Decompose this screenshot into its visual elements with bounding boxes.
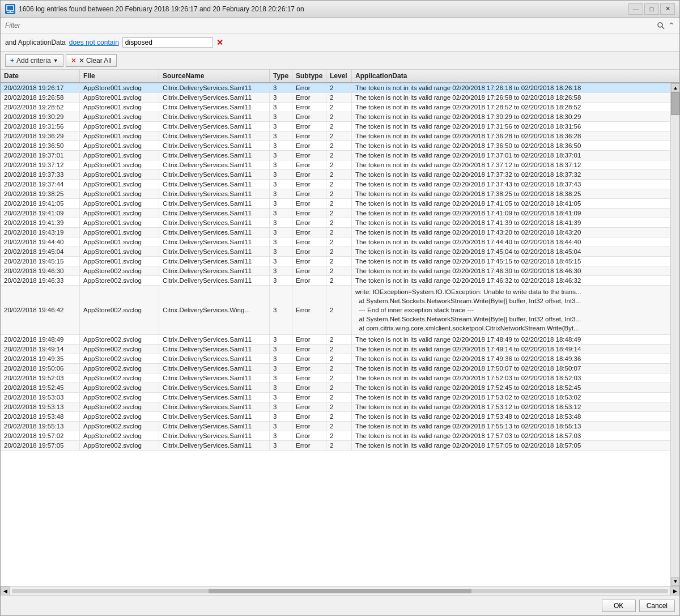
scroll-thumb[interactable] [671, 92, 679, 115]
table-row[interactable]: 20/02/2018 19:44:40AppStore001.svclogCit… [1, 237, 670, 247]
window-title: 1606 log entries found between 20 Februa… [19, 5, 304, 13]
cell-type: 3 [270, 257, 292, 266]
cell-source: Citrix.DeliveryServices.Saml11 [159, 383, 270, 392]
table-row[interactable]: 20/02/2018 19:52:03AppStore002.svclogCit… [1, 373, 670, 383]
cell-appdata: The token is not in its valid range 02/2… [352, 199, 670, 208]
cell-appdata: The token is not in its valid range 02/2… [352, 103, 670, 112]
minimize-button[interactable]: — [628, 3, 643, 15]
cell-subtype: Error [292, 93, 326, 102]
column-header-appdata[interactable]: ApplicationData [352, 70, 679, 82]
cell-type: 3 [270, 286, 292, 334]
cell-date: 20/02/2018 19:46:30 [1, 266, 80, 275]
scroll-track[interactable] [671, 92, 679, 577]
h-scroll-track[interactable] [10, 587, 670, 595]
collapse-button[interactable]: ⌃ [668, 21, 675, 30]
table-body[interactable]: 20/02/2018 19:26:17AppStore001.svclogCit… [1, 83, 670, 586]
cell-appdata: The token is not in its valid range 02/2… [352, 383, 670, 392]
cell-level: 2 [326, 170, 352, 179]
table-row[interactable]: 20/02/2018 19:43:19AppStore001.svclogCit… [1, 228, 670, 237]
scroll-left-button[interactable]: ◀ [1, 587, 10, 596]
cell-file: AppStore001.svclog [80, 83, 159, 92]
table-row[interactable]: 20/02/2018 19:57:02AppStore002.svclogCit… [1, 431, 670, 441]
scroll-right-button[interactable]: ▶ [670, 587, 679, 596]
column-header-source[interactable]: SourceName [159, 70, 270, 82]
cell-appdata: The token is not in its valid range 02/2… [352, 247, 670, 256]
main-window: 1606 log entries found between 20 Februa… [0, 0, 680, 616]
cell-appdata: The token is not in its valid range 02/2… [352, 412, 670, 421]
column-header-type[interactable]: Type [270, 70, 292, 82]
vertical-scrollbar[interactable]: ▲ ▼ [670, 83, 679, 586]
ok-button[interactable]: OK [602, 600, 636, 612]
title-bar-controls: — □ ✕ [628, 3, 675, 15]
cell-appdata: The token is not in its valid range 02/2… [352, 422, 670, 431]
cell-source: Citrix.DeliveryServices.Saml11 [159, 364, 270, 373]
table-row[interactable]: 20/02/2018 19:36:50AppStore001.svclogCit… [1, 141, 670, 151]
cell-level: 2 [326, 266, 352, 275]
scroll-down-button[interactable]: ▼ [671, 577, 679, 586]
criteria-value-input[interactable] [122, 37, 213, 48]
search-icon[interactable] [656, 20, 666, 31]
cell-source: Citrix.DeliveryServices.Saml11 [159, 345, 270, 354]
table-row[interactable]: 20/02/2018 19:52:45AppStore002.svclogCit… [1, 383, 670, 393]
cell-file: AppStore001.svclog [80, 122, 159, 131]
table-row[interactable]: 20/02/2018 19:53:48AppStore002.svclogCit… [1, 412, 670, 422]
cell-type: 3 [270, 276, 292, 285]
cell-type: 3 [270, 83, 292, 92]
cell-source: Citrix.DeliveryServices.Saml11 [159, 83, 270, 92]
column-header-level[interactable]: Level [326, 70, 352, 82]
criteria-operator[interactable]: does not contain [69, 39, 119, 46]
table-row[interactable]: 20/02/2018 19:37:01AppStore001.svclogCit… [1, 151, 670, 160]
scroll-up-button[interactable]: ▲ [671, 83, 679, 92]
column-header-file[interactable]: File [80, 70, 159, 82]
table-row[interactable]: 20/02/2018 19:31:56AppStore001.svclogCit… [1, 122, 670, 131]
h-scroll-thumb[interactable] [209, 589, 471, 593]
table-row[interactable]: 20/02/2018 19:57:05AppStore002.svclogCit… [1, 441, 670, 451]
table-row[interactable]: 20/02/2018 19:28:52AppStore001.svclogCit… [1, 103, 670, 112]
clear-all-button[interactable]: ✕ ✕ Clear All [66, 54, 117, 67]
table-row[interactable]: 20/02/2018 19:36:29AppStore001.svclogCit… [1, 131, 670, 141]
cell-date: 20/02/2018 19:37:33 [1, 170, 80, 179]
table-row[interactable]: 20/02/2018 19:30:29AppStore001.svclogCit… [1, 112, 670, 122]
close-button[interactable]: ✕ [660, 3, 675, 15]
table-row[interactable]: 20/02/2018 19:26:17AppStore001.svclogCit… [1, 83, 670, 93]
table-row[interactable]: 20/02/2018 19:38:25AppStore001.svclogCit… [1, 189, 670, 199]
table-row[interactable]: 20/02/2018 19:46:30AppStore002.svclogCit… [1, 266, 670, 276]
cell-type: 3 [270, 383, 292, 392]
table-row[interactable]: 20/02/2018 19:37:12AppStore001.svclogCit… [1, 160, 670, 170]
cancel-button[interactable]: Cancel [639, 600, 675, 612]
table-row[interactable]: 20/02/2018 19:49:35AppStore002.svclogCit… [1, 354, 670, 364]
table-row[interactable]: 20/02/2018 19:53:13AppStore002.svclogCit… [1, 402, 670, 412]
maximize-button[interactable]: □ [644, 3, 659, 15]
table-row[interactable]: 20/02/2018 19:41:09AppStore001.svclogCit… [1, 209, 670, 218]
cell-source: Citrix.DeliveryServices.Saml11 [159, 441, 270, 450]
cell-subtype: Error [292, 354, 326, 363]
table-row[interactable]: 20/02/2018 19:26:58AppStore001.svclogCit… [1, 93, 670, 103]
column-header-date[interactable]: Date [1, 70, 80, 82]
horizontal-scrollbar[interactable]: ◀ ▶ [1, 586, 679, 595]
table-row[interactable]: 20/02/2018 19:46:33AppStore002.svclogCit… [1, 276, 670, 286]
cell-source: Citrix.DeliveryServices.Saml11 [159, 237, 270, 247]
cell-source: Citrix.DeliveryServices.Saml11 [159, 373, 270, 383]
cell-subtype: Error [292, 180, 326, 189]
cell-file: AppStore001.svclog [80, 103, 159, 112]
table-row[interactable]: 20/02/2018 19:45:15AppStore001.svclogCit… [1, 257, 670, 266]
cell-subtype: Error [292, 131, 326, 141]
table-row[interactable]: 20/02/2018 19:53:03AppStore002.svclogCit… [1, 393, 670, 402]
table-row[interactable]: 20/02/2018 19:50:06AppStore002.svclogCit… [1, 364, 670, 373]
table-row[interactable]: 20/02/2018 19:41:05AppStore001.svclogCit… [1, 199, 670, 209]
add-criteria-label: Add criteria [16, 57, 51, 65]
add-criteria-button[interactable]: + Add criteria ▼ [5, 54, 63, 67]
cell-subtype: Error [292, 422, 326, 431]
table-row[interactable]: 20/02/2018 19:37:44AppStore001.svclogCit… [1, 180, 670, 189]
cell-file: AppStore001.svclog [80, 141, 159, 150]
column-header-subtype[interactable]: Subtype [292, 70, 326, 82]
table-row[interactable]: 20/02/2018 19:49:14AppStore002.svclogCit… [1, 345, 670, 354]
table-row[interactable]: 20/02/2018 19:45:04AppStore001.svclogCit… [1, 247, 670, 257]
table-row[interactable]: 20/02/2018 19:41:39AppStore001.svclogCit… [1, 218, 670, 228]
table-row[interactable]: 20/02/2018 19:55:13AppStore002.svclogCit… [1, 422, 670, 431]
criteria-remove-button[interactable]: ✕ [216, 38, 223, 47]
cell-subtype: Error [292, 141, 326, 150]
table-row[interactable]: 20/02/2018 19:48:49AppStore002.svclogCit… [1, 335, 670, 345]
table-row[interactable]: 20/02/2018 19:37:33AppStore001.svclogCit… [1, 170, 670, 180]
table-row[interactable]: 20/02/2018 19:46:42AppStore002.svclogCit… [1, 286, 670, 335]
